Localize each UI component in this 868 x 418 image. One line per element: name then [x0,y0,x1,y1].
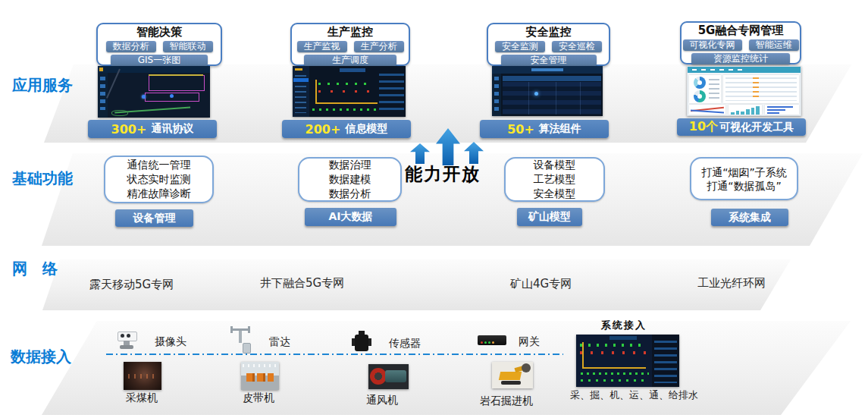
machine-photo-coal-shearer [124,362,161,390]
architecture-diagram: 应用服务 基础功能 网 络 数据接入 智能决策 数据分析 智能联动 GIS一张图… [0,0,868,418]
metric-bar: 200+ 信息模型 [282,120,411,138]
bubble-line: 安全模型 [506,187,603,201]
card-title: 5G融合专网管理 [685,24,797,37]
radar-icon [229,326,253,354]
card-5g-network-management: 5G融合专网管理 可视化专网 智能运维 资源监控统计 [680,21,801,64]
sensor-icon [352,331,373,354]
layer-label-network: 网 络 [12,259,58,279]
tag-chip: 安全管理 [501,55,597,66]
device-label-gateway: 网关 [519,335,540,349]
metric-value: 200+ [306,122,341,137]
bubble-line: 数据建模 [299,172,400,187]
card-safety-monitoring: 安全监控 安全监测 安全巡检 安全管理 [487,23,610,66]
metric-value: 10个 [689,119,718,135]
metric-value: 50+ [507,122,534,137]
machine-label-belt-conveyor: 皮带机 [243,391,274,405]
device-label-sensor: 传感器 [389,337,421,350]
machine-photo-ventilation-fan [368,364,409,389]
machine-label-coal-shearer: 采煤机 [126,391,158,405]
bubble-line: 工艺模型 [506,172,603,187]
tag-chip: 安全监测 [495,41,545,52]
metric-bar: 50+ 算法组件 [480,120,609,138]
network-item-underground-5g: 井下融合5G专网 [260,276,344,291]
bubble-system-integration: 打通“烟囱”子系统 打通“数据孤岛” [690,157,798,200]
machine-photo-rock-tunneler [492,362,533,388]
bubble-line: 数据治理 [299,158,400,172]
system-access-title: 系统接入 [601,319,647,332]
button-device-management: 设备管理 [115,209,193,227]
metric-label: 算法组件 [539,122,581,136]
tag-chip: 生产监视 [297,41,347,52]
screenshot-network-dashboard [687,66,801,116]
gateway-icon [478,334,508,347]
bubble-line: 数据分析 [299,187,400,201]
machine-photo-belt-conveyor [241,362,279,390]
screenshot-gis-map [98,66,210,118]
bubble-mine-model: 设备模型 工艺模型 安全模型 [504,157,605,202]
tag-chip: 可视化专网 [683,39,742,51]
tag-chip: 生产分析 [354,41,404,52]
network-item-mine-4g: 矿山4G专网 [510,277,572,291]
button-mine-model: 矿山模型 [517,208,582,226]
card-intelligent-decision: 智能决策 数据分析 智能联动 GIS一张图 [96,23,222,66]
card-production-monitoring: 生产监控 生产监视 生产分析 生产调度 [290,23,410,66]
tag-chip: GIS一张图 [111,55,208,66]
capability-open-label: 能力开放 [405,162,481,186]
bubble-line: 打通“烟囱”子系统 [691,165,797,179]
system-access-caption: 采、掘、机、运、通、给排水 [570,388,698,402]
metric-label: 通讯协议 [151,122,193,136]
metric-bar: 300+ 通讯协议 [88,120,217,138]
tag-chip: 安全巡检 [552,41,602,52]
separator-dashdot-line [106,354,563,355]
tag-chip: 资源监控统计 [691,53,790,64]
bubble-line: 设备模型 [506,158,603,172]
screenshot-production-scada [293,66,406,117]
tag-chip: 数据分析 [106,41,156,52]
network-item-fiber-ring: 工业光纤环网 [697,276,766,291]
network-item-openpit-5g: 露天移动5G专网 [89,278,174,292]
button-ai-bigdata: AI大数据 [305,208,396,226]
metric-bar: 10个 可视化开发工具 [677,118,806,136]
bubble-device-management: 通信统一管理 状态实时监测 精准故障诊断 [104,156,214,203]
card-title: 生产监控 [295,26,406,39]
layer-label-basic-functions: 基础功能 [12,168,73,189]
bubble-line: 通信统一管理 [105,158,212,172]
metric-label: 可视化开发工具 [719,121,794,134]
machine-label-ventilation-fan: 通风机 [366,394,398,407]
device-label-camera: 摄像头 [155,335,186,349]
camera-icon [114,329,141,350]
bubble-ai-bigdata: 数据治理 数据建模 数据分析 [298,157,402,202]
bubble-line: 精准故障诊断 [105,187,212,201]
screenshot-safety-table [492,66,603,116]
machine-label-rock-tunneler: 岩石掘进机 [480,394,533,408]
tag-chip: 生产调度 [304,55,396,66]
card-title: 智能决策 [101,26,218,39]
button-system-integration: 系统集成 [711,209,788,226]
layer-label-app-services: 应用服务 [12,75,73,96]
layer-label-data-access: 数据接入 [11,347,71,367]
tag-chip: 智能运维 [749,39,799,51]
metric-value: 300+ [111,122,147,137]
metric-label: 信息模型 [345,122,387,136]
tag-chip: 智能联动 [163,41,213,52]
bubble-line: 打通“数据孤岛” [691,179,797,193]
bubble-line: 状态实时监测 [105,172,212,187]
device-label-radar: 雷达 [269,335,290,349]
screenshot-system-access [576,335,679,387]
card-title: 安全监控 [491,26,606,39]
